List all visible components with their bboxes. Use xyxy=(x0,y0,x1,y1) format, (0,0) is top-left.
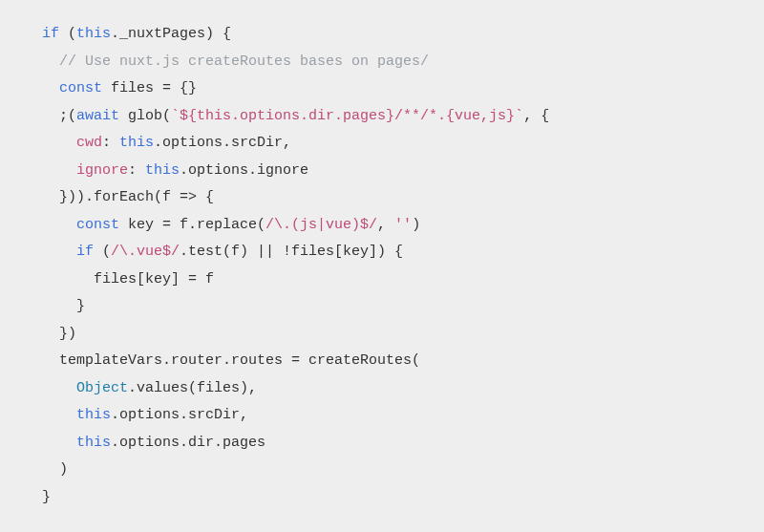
text: , { xyxy=(523,108,549,124)
code-snippet: if (this._nuxtPages) { // Use nuxt.js cr… xyxy=(0,0,764,532)
code-line-18: } xyxy=(42,489,51,505)
keyword-await: await xyxy=(76,108,119,124)
text: .options.srcDir, xyxy=(154,135,291,151)
code-line-9: if (/\.vue$/.test(f) || !files[key]) { xyxy=(76,244,403,260)
keyword-this: this xyxy=(76,435,111,451)
regex: /\.(js|vue)$/ xyxy=(265,217,377,233)
code-line-2: // Use nuxt.js createRoutes bases on pag… xyxy=(59,53,429,70)
text: ;( xyxy=(59,108,76,124)
text: files = {} xyxy=(102,80,197,96)
text: .options.dir.pages xyxy=(111,435,265,451)
keyword-if: if xyxy=(42,26,59,42)
text: ( xyxy=(59,26,76,42)
text: } xyxy=(42,489,51,505)
code-line-7: })).forEach(f => { xyxy=(59,189,214,205)
code-line-8: const key = f.replace(/\.(js|vue)$/, '') xyxy=(76,217,420,233)
text: files[key] = f xyxy=(94,271,214,287)
regex: /\.vue$/ xyxy=(111,244,180,260)
keyword-if: if xyxy=(76,244,94,260)
text: })).forEach(f => { xyxy=(59,189,214,205)
text: .options.ignore xyxy=(180,162,308,179)
code-line-15: this.options.srcDir, xyxy=(76,407,248,423)
text: .options.srcDir, xyxy=(111,407,248,423)
text: } xyxy=(76,298,85,314)
code-line-14: Object.values(files), xyxy=(76,380,257,396)
text: .values(files), xyxy=(128,380,257,396)
keyword-this: this xyxy=(76,407,111,423)
code-line-6: ignore: this.options.ignore xyxy=(76,162,308,179)
template-string: `${this.options.dir.pages}/**/*.{vue,js}… xyxy=(171,108,523,124)
text: templateVars.router.routes = createRoute… xyxy=(59,352,420,369)
keyword-this: this xyxy=(145,162,180,179)
property-ignore: ignore xyxy=(76,162,128,179)
builtin-object: Object xyxy=(76,380,128,396)
code-line-10: files[key] = f xyxy=(94,271,214,287)
text: ( xyxy=(94,244,111,260)
keyword-const: const xyxy=(59,80,102,96)
keyword-this: this xyxy=(119,135,154,151)
text: glob( xyxy=(119,108,171,124)
text: , xyxy=(377,217,394,233)
text: .test(f) || !files[key]) { xyxy=(180,244,403,260)
text: ) xyxy=(412,217,420,233)
code-line-1: if (this._nuxtPages) { xyxy=(42,26,231,42)
text: ._nuxtPages) { xyxy=(111,26,231,42)
property-cwd: cwd xyxy=(76,135,102,151)
comment: // Use nuxt.js createRoutes bases on pag… xyxy=(59,53,429,70)
code-line-12: }) xyxy=(59,326,76,342)
code-line-16: this.options.dir.pages xyxy=(76,435,265,451)
text: : xyxy=(128,162,145,179)
keyword-this: this xyxy=(76,26,111,42)
text: }) xyxy=(59,326,76,342)
keyword-const: const xyxy=(76,217,119,233)
code-line-3: const files = {} xyxy=(59,80,197,96)
code-line-5: cwd: this.options.srcDir, xyxy=(76,135,291,151)
text: key = f.replace( xyxy=(119,217,265,233)
code-line-11: } xyxy=(76,298,85,314)
code-line-13: templateVars.router.routes = createRoute… xyxy=(59,352,420,369)
code-line-17: ) xyxy=(59,461,68,478)
string: '' xyxy=(394,217,412,233)
text: ) xyxy=(59,461,68,478)
text: : xyxy=(102,135,119,151)
code-line-4: ;(await glob(`${this.options.dir.pages}/… xyxy=(59,108,549,124)
